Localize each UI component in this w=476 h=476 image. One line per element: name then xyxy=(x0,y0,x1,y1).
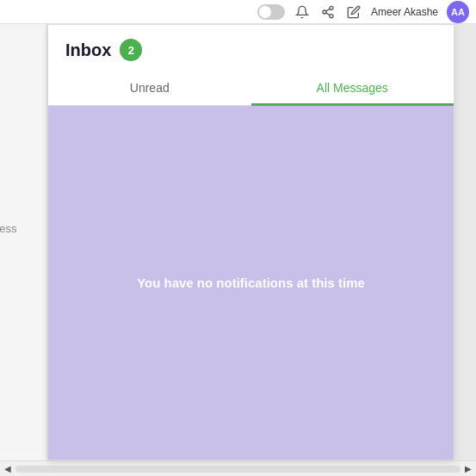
share-icon[interactable] xyxy=(319,3,337,21)
top-nav: Ameer Akashe AA xyxy=(0,0,476,24)
horizontal-scrollbar: ◀ ▶ xyxy=(0,461,476,476)
scroll-left-arrow[interactable]: ◀ xyxy=(0,461,15,477)
svg-line-4 xyxy=(326,9,331,11)
bell-icon[interactable] xyxy=(294,3,311,21)
tabs-container: Unread All Messages xyxy=(48,71,454,106)
username-label: Ameer Akashe xyxy=(371,6,438,18)
sidebar-stub-text: ress xyxy=(0,222,17,235)
avatar[interactable]: AA xyxy=(447,1,469,23)
svg-point-0 xyxy=(330,6,333,9)
inbox-header: Inbox 2 xyxy=(48,25,454,61)
tab-unread[interactable]: Unread xyxy=(48,72,251,106)
svg-point-1 xyxy=(323,10,326,14)
inbox-panel: Inbox 2 Unread All Messages You have no … xyxy=(47,24,454,461)
scroll-right-arrow[interactable]: ▶ xyxy=(461,461,476,477)
svg-point-2 xyxy=(330,14,333,17)
inbox-title: Inbox xyxy=(65,40,111,60)
svg-line-3 xyxy=(326,13,331,15)
empty-state-message: You have no notifications at this time xyxy=(120,258,382,307)
scroll-track[interactable] xyxy=(15,466,461,473)
toggle-switch[interactable] xyxy=(257,4,285,20)
tab-all-messages[interactable]: All Messages xyxy=(251,72,454,106)
edit-icon[interactable] xyxy=(345,3,362,21)
messages-content-area[interactable]: You have no notifications at this time xyxy=(48,106,454,460)
sidebar: ress xyxy=(0,24,47,476)
inbox-badge: 2 xyxy=(120,39,142,61)
